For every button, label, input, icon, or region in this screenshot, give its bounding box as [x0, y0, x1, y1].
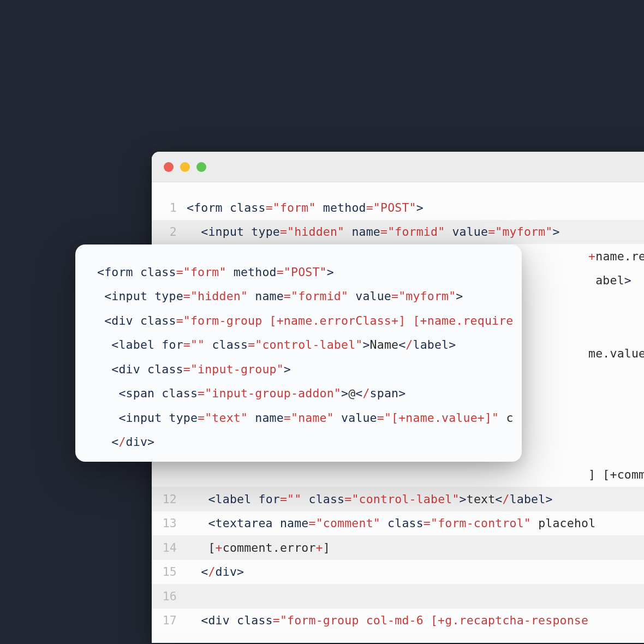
line-number: 16: [152, 589, 187, 603]
line-code[interactable]: <form class="form" method="POST">: [187, 201, 424, 214]
snippet-line: <input type="text" name="name" value="[+…: [97, 406, 522, 430]
snippet-code: <div class="input-group">: [97, 362, 291, 376]
line-code[interactable]: [+comment.error+]: [187, 541, 330, 554]
line-code[interactable]: ] [+commen: [187, 468, 644, 481]
window-title-bar: [152, 152, 644, 182]
snippet-line: <div class="input-group">: [97, 357, 522, 381]
line-number: 14: [152, 541, 187, 554]
snippet-code: <div class="form-group [+name.errorClass…: [97, 314, 513, 327]
snippet-line: <span class="input-group-addon">@</span>: [97, 381, 522, 406]
snippet-line: <input type="hidden" name="formid" value…: [97, 284, 522, 309]
line-code[interactable]: <textarea name="comment" class="form-con…: [187, 516, 595, 530]
code-line[interactable]: 12 <label for="" class="control-label">t…: [152, 487, 644, 511]
line-number: 1: [152, 201, 187, 214]
code-line[interactable]: 14 [+comment.error+]: [152, 535, 644, 560]
code-line[interactable]: ] [+commen: [152, 463, 644, 487]
snippet-code: <span class="input-group-addon">@</span>: [97, 386, 406, 400]
line-number: 15: [152, 565, 187, 579]
window-maximize-icon[interactable]: [196, 162, 206, 172]
line-number: 13: [152, 516, 187, 530]
snippet-line: <div class="form-group [+name.errorClass…: [97, 308, 522, 333]
snippet-code: </div>: [97, 435, 154, 449]
line-number: 2: [152, 225, 187, 238]
snippet-line: <form class="form" method="POST">: [97, 260, 522, 284]
line-number: 17: [152, 613, 187, 627]
snippet-code: <input type="text" name="name" value="[+…: [97, 411, 514, 425]
snippet-code: <input type="hidden" name="formid" value…: [97, 289, 463, 303]
window-close-icon[interactable]: [164, 162, 174, 172]
code-line[interactable]: 17 <div class="form-group col-md-6 [+g.r…: [152, 609, 644, 633]
code-line[interactable]: 1<form class="form" method="POST">: [152, 195, 644, 220]
code-line[interactable]: 13 <textarea name="comment" class="form-…: [152, 511, 644, 536]
snippet-code: <label for="" class="control-label">Name…: [97, 338, 456, 351]
code-line[interactable]: 2 <input type="hidden" name="formid" val…: [152, 220, 644, 245]
code-line[interactable]: 15 </div>: [152, 560, 644, 585]
line-code[interactable]: <label for="" class="control-label">text…: [187, 492, 553, 506]
snippet-line: </div>: [97, 430, 522, 455]
code-snippet-popup: <form class="form" method="POST"> <input…: [75, 245, 522, 462]
snippet-line: <label for="" class="control-label">Name…: [97, 333, 522, 357]
line-code[interactable]: <div class="form-group col-md-6 [+g.reca…: [187, 613, 588, 627]
window-minimize-icon[interactable]: [180, 162, 190, 172]
snippet-code: <form class="form" method="POST">: [97, 265, 334, 279]
code-line[interactable]: 16: [152, 584, 644, 609]
line-number: 12: [152, 492, 187, 506]
line-code[interactable]: <input type="hidden" name="formid" value…: [187, 225, 560, 238]
line-code[interactable]: </div>: [187, 565, 244, 579]
